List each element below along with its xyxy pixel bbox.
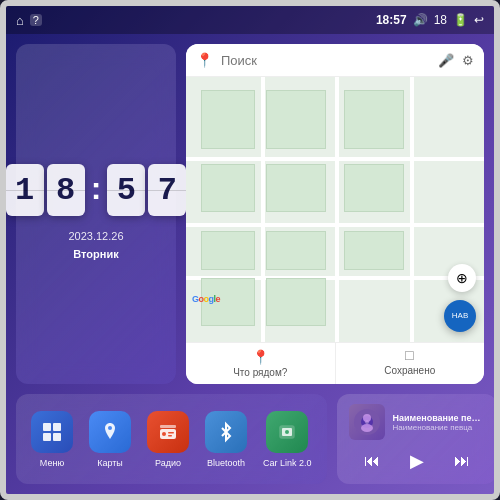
carlink-app-label: Car Link 2.0 (263, 458, 312, 468)
map-widget: 📍 🎤 ⚙ (186, 44, 484, 384)
map-block (266, 164, 326, 212)
svg-rect-6 (160, 425, 176, 428)
music-title: Наименование песни (393, 413, 485, 423)
map-block (266, 231, 326, 271)
clock-day-name: Вторник (68, 246, 123, 264)
map-body[interactable]: ⊕ НАВ Google (186, 77, 484, 342)
battery-level: 18 (434, 13, 447, 27)
map-footer: 📍 Что рядом? ☐ Сохранено (186, 342, 484, 384)
status-time: 18:57 (376, 13, 407, 27)
app-item-radio[interactable]: Радио (147, 411, 189, 468)
svg-point-16 (363, 414, 371, 422)
app-item-carlink[interactable]: Car Link 2.0 (263, 411, 312, 468)
clock-min-tens: 5 (107, 164, 145, 216)
clock-display: 1 8 : 5 7 (6, 164, 187, 216)
map-search-input[interactable] (221, 53, 430, 68)
back-icon[interactable]: ↩ (474, 13, 484, 27)
menu-app-icon (31, 411, 73, 453)
svg-point-12 (285, 430, 289, 434)
svg-rect-8 (168, 432, 174, 434)
clock-date-info: 2023.12.26 Вторник (68, 228, 123, 263)
svg-rect-1 (53, 423, 61, 431)
clock-date-value: 2023.12.26 (68, 228, 123, 246)
map-road (335, 77, 339, 342)
music-play-button[interactable]: ▶ (402, 448, 432, 474)
music-widget: Наименование песни Наименование певца ⏮ … (337, 394, 497, 484)
map-block (344, 90, 404, 148)
top-row: 1 8 : 5 7 2023.12.26 Вторник 📍 (16, 44, 484, 384)
clock-hour-tens: 1 (6, 164, 44, 216)
map-block (201, 164, 255, 212)
clock-hour-ones: 8 (47, 164, 85, 216)
map-background (186, 77, 484, 342)
map-nearby-button[interactable]: 📍 Что рядом? (186, 343, 336, 384)
svg-point-4 (108, 426, 112, 430)
status-bar: ⌂ ? 18:57 🔊 18 🔋 ↩ (6, 6, 494, 34)
map-block (344, 164, 404, 212)
map-block (344, 231, 404, 271)
clock-minutes: 5 7 (107, 164, 186, 216)
svg-rect-2 (43, 433, 51, 441)
svg-rect-0 (43, 423, 51, 431)
app-grid: Меню Карты (16, 394, 327, 484)
status-left-icons: ⌂ ? (16, 13, 42, 28)
bluetooth-app-icon (205, 411, 247, 453)
clock-min-ones: 7 (148, 164, 186, 216)
clock-colon: : (89, 170, 104, 207)
map-block (201, 90, 255, 148)
map-block (266, 278, 326, 326)
status-right-info: 18:57 🔊 18 🔋 ↩ (376, 13, 484, 27)
music-next-button[interactable]: ⏭ (446, 450, 478, 472)
nearby-icon: 📍 (252, 349, 269, 365)
home-icon[interactable]: ⌂ (16, 13, 24, 28)
radio-app-icon (147, 411, 189, 453)
volume-icon: 🔊 (413, 13, 428, 27)
app-item-menu[interactable]: Меню (31, 411, 73, 468)
map-nav-button[interactable]: НАВ (444, 300, 476, 332)
map-nearby-label: Что рядом? (233, 367, 287, 378)
music-album-art (349, 404, 385, 440)
maps-app-icon (89, 411, 131, 453)
svg-rect-9 (168, 435, 172, 437)
main-content: 1 8 : 5 7 2023.12.26 Вторник 📍 (6, 34, 494, 494)
map-road (261, 77, 265, 342)
map-search-bar: 📍 🎤 ⚙ (186, 44, 484, 77)
map-road (410, 77, 414, 342)
music-info-row: Наименование песни Наименование певца (349, 404, 485, 440)
svg-point-7 (162, 432, 166, 436)
android-auto-screen: ⌂ ? 18:57 🔊 18 🔋 ↩ 1 8 : (0, 0, 500, 500)
voice-search-icon[interactable]: 🎤 (438, 53, 454, 68)
svg-rect-3 (53, 433, 61, 441)
carlink-app-icon (266, 411, 308, 453)
saved-icon: ☐ (404, 349, 415, 363)
music-info-text: Наименование песни Наименование певца (393, 413, 485, 432)
map-compass-button[interactable]: ⊕ (448, 264, 476, 292)
app-item-bluetooth[interactable]: Bluetooth (205, 411, 247, 468)
clock-widget: 1 8 : 5 7 2023.12.26 Вторник (16, 44, 176, 384)
bottom-row: Меню Карты (16, 394, 484, 484)
map-pin-icon: 📍 (196, 52, 213, 68)
music-artist: Наименование певца (393, 423, 485, 432)
app-icon-status[interactable]: ? (30, 14, 42, 26)
clock-hours: 1 8 (6, 164, 85, 216)
menu-app-label: Меню (40, 458, 64, 468)
map-saved-button[interactable]: ☐ Сохранено (336, 343, 485, 384)
map-block (201, 231, 255, 271)
map-block (266, 90, 326, 148)
radio-app-label: Радио (155, 458, 181, 468)
maps-app-label: Карты (97, 458, 123, 468)
google-logo: Google (192, 294, 220, 304)
bluetooth-app-label: Bluetooth (207, 458, 245, 468)
map-settings-icon[interactable]: ⚙ (462, 53, 474, 68)
map-saved-label: Сохранено (384, 365, 435, 376)
music-controls: ⏮ ▶ ⏭ (349, 448, 485, 474)
svg-point-17 (361, 424, 373, 432)
app-item-maps[interactable]: Карты (89, 411, 131, 468)
music-prev-button[interactable]: ⏮ (356, 450, 388, 472)
battery-icon: 🔋 (453, 13, 468, 27)
